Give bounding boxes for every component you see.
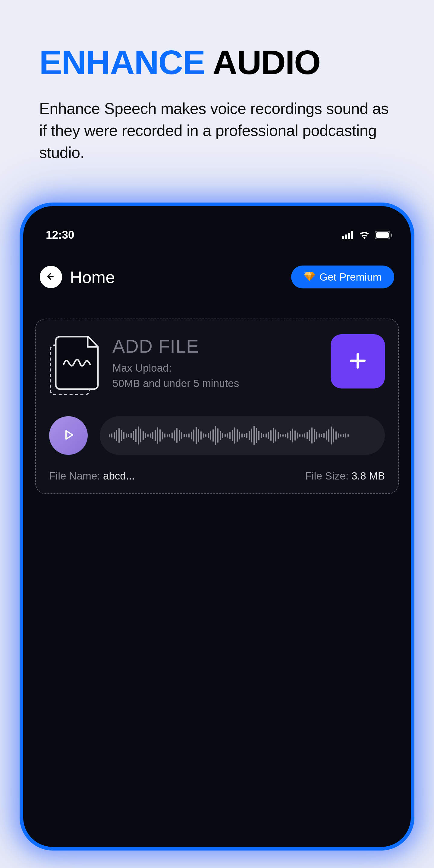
premium-label: Get Premium: [319, 271, 381, 283]
hero-title-secondary: AUDIO: [213, 43, 320, 82]
arrow-left-icon: [45, 271, 57, 283]
svg-rect-2: [348, 233, 350, 239]
app-header: Home Get: [23, 247, 411, 298]
svg-rect-3: [351, 231, 353, 239]
player-row: [49, 416, 385, 455]
file-size: File Size: 3.8 MB: [305, 470, 385, 482]
file-size-value: 3.8 MB: [351, 470, 385, 482]
play-button[interactable]: [49, 416, 88, 455]
file-name-label: File Name:: [49, 470, 103, 482]
svg-rect-5: [376, 232, 389, 238]
add-file-title: ADD FILE: [113, 336, 318, 357]
status-bar: 12:30: [23, 206, 411, 247]
back-button[interactable]: [40, 266, 62, 288]
phone-frame: 12:30: [20, 203, 414, 850]
file-audio-icon: [49, 336, 100, 397]
add-file-button[interactable]: [331, 334, 385, 389]
hero-subtitle: Enhance Speech makes voice recordings so…: [39, 98, 395, 163]
upload-card: ADD FILE Max Upload: 50MB and under 5 mi…: [35, 318, 399, 494]
upload-limit: Max Upload: 50MB and under 5 minutes: [113, 361, 318, 391]
file-name-value: abcd...: [103, 470, 135, 482]
wifi-icon: [358, 230, 370, 240]
status-icons: [342, 230, 393, 240]
max-upload-label: Max Upload:: [113, 362, 172, 374]
hero-section: ENHANCE AUDIO Enhance Speech makes voice…: [0, 0, 434, 179]
max-upload-value: 50MB and under 5 minutes: [113, 377, 239, 389]
svg-rect-0: [342, 236, 344, 239]
header-left: Home: [40, 266, 115, 288]
file-name: File Name: abcd...: [49, 470, 135, 482]
waveform-icon: [109, 425, 376, 446]
page-title: Home: [70, 267, 115, 287]
upload-top-row: ADD FILE Max Upload: 50MB and under 5 mi…: [49, 334, 385, 397]
waveform-track[interactable]: [100, 416, 385, 455]
phone-mockup: 12:30: [20, 203, 414, 850]
play-icon: [61, 428, 76, 443]
hero-title: ENHANCE AUDIO: [39, 45, 395, 80]
upload-text: ADD FILE Max Upload: 50MB and under 5 mi…: [113, 334, 318, 391]
svg-rect-1: [345, 235, 347, 239]
cellular-signal-icon: [342, 231, 354, 239]
diamond-icon: [304, 271, 315, 283]
status-time: 12:30: [46, 229, 74, 241]
file-size-label: File Size:: [305, 470, 351, 482]
plus-icon: [348, 351, 367, 372]
battery-icon: [375, 231, 393, 239]
get-premium-button[interactable]: Get Premium: [291, 266, 394, 288]
svg-point-7: [304, 272, 306, 273]
file-meta-row: File Name: abcd... File Size: 3.8 MB: [49, 470, 385, 482]
svg-rect-6: [391, 234, 392, 237]
hero-title-primary: ENHANCE: [39, 43, 205, 82]
